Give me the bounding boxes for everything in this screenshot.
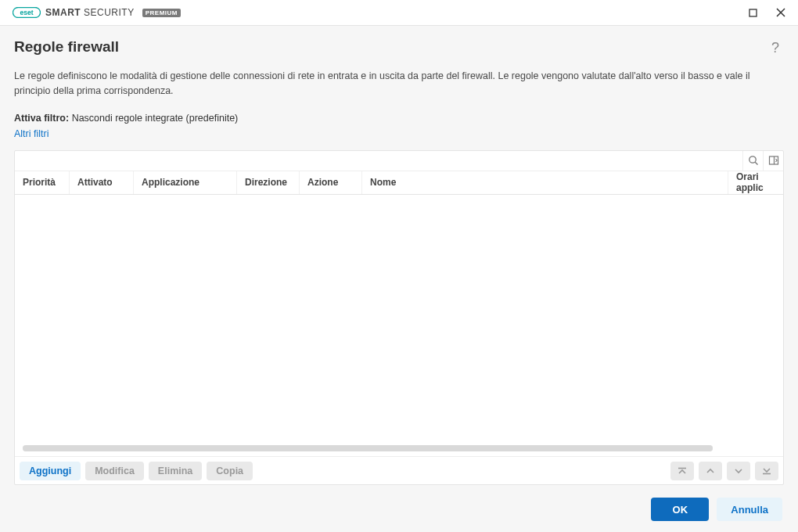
edit-button[interactable]: Modifica <box>85 462 144 480</box>
help-icon[interactable]: ? <box>767 38 784 58</box>
horizontal-scrollbar[interactable] <box>23 445 713 451</box>
table-header: Priorità Attivato Applicazione Direzione… <box>15 171 783 195</box>
cancel-button[interactable]: Annulla <box>717 498 782 521</box>
ok-button[interactable]: OK <box>651 498 709 521</box>
maximize-button[interactable] <box>742 2 764 23</box>
filter-label: Attiva filtro: <box>14 113 69 124</box>
content-area: Regole firewall ? Le regole definiscono … <box>0 25 798 532</box>
col-application[interactable]: Applicazione <box>134 171 237 194</box>
svg-text:eset: eset <box>20 9 33 16</box>
active-filter: Attiva filtro: Nascondi regole integrate… <box>14 113 784 124</box>
filter-value: Nascondi regole integrate (predefinite) <box>72 113 239 124</box>
brand: eset SMART SECURITY PREMIUM <box>13 7 181 18</box>
col-enabled[interactable]: Attivato <box>70 171 134 194</box>
premium-badge: PREMIUM <box>142 9 181 17</box>
col-priority[interactable]: Priorità <box>15 171 70 194</box>
more-filters-link[interactable]: Altri filtri <box>14 128 49 139</box>
close-button[interactable] <box>770 2 792 23</box>
move-down-button[interactable] <box>727 462 750 480</box>
svg-rect-2 <box>749 9 757 16</box>
add-button[interactable]: Aggiungi <box>20 462 81 480</box>
move-top-button[interactable] <box>670 462 694 480</box>
columns-icon[interactable] <box>763 151 783 171</box>
page-description: Le regole definiscono le modalità di ges… <box>14 69 784 99</box>
eset-logo-icon: eset <box>13 7 41 18</box>
window-controls <box>742 2 792 23</box>
table-footer: Aggiungi Modifica Elimina Copia <box>15 456 783 484</box>
page-title: Regole firewall <box>14 38 119 56</box>
move-bottom-button[interactable] <box>755 462 778 480</box>
col-action[interactable]: Azione <box>300 171 362 194</box>
svg-point-3 <box>749 156 755 163</box>
table-toolbar <box>15 151 783 171</box>
col-direction[interactable]: Direzione <box>237 171 300 194</box>
delete-button[interactable]: Elimina <box>149 462 202 480</box>
col-schedule[interactable]: Orari applic <box>728 171 783 194</box>
table-body <box>15 195 783 457</box>
title-bar: eset SMART SECURITY PREMIUM <box>0 0 798 25</box>
search-icon[interactable] <box>742 151 763 171</box>
reorder-buttons <box>670 462 778 480</box>
dialog-footer: OK Annulla <box>14 498 784 521</box>
move-up-button[interactable] <box>699 462 722 480</box>
rules-table: Priorità Attivato Applicazione Direzione… <box>14 150 784 486</box>
col-name[interactable]: Nome <box>362 171 728 194</box>
product-name: SMART SECURITY <box>45 7 135 18</box>
copy-button[interactable]: Copia <box>207 462 253 480</box>
scrollbar-thumb[interactable] <box>23 445 713 451</box>
